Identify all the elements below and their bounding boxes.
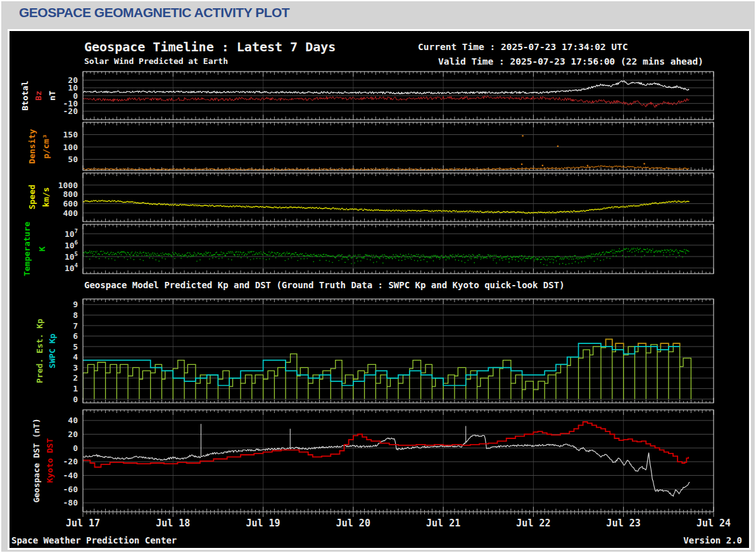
y-tick-label-density: 50 <box>68 155 78 164</box>
y-tick-label-dst: 20 <box>68 429 78 439</box>
x-axis-label: Jul 24 <box>696 518 731 529</box>
y-tick-label-dst: 40 <box>68 416 78 425</box>
x-axis-label: Jul 17 <box>66 518 100 529</box>
geospace-plot-svg: 20100-10-2015010050100080060040010710610… <box>1 1 756 553</box>
y-tick-label-speed: 1000 <box>58 181 78 190</box>
plot-main-title: Geospace Timeline : Latest 7 Days <box>84 39 336 54</box>
y-tick-label-kp: 9 <box>73 300 78 309</box>
y-tick-label-bfield: -20 <box>63 106 79 116</box>
y-axis-title-kp-0: Pred. Est. Kp <box>35 319 44 383</box>
y-axis-title-speed-0: Speed <box>27 184 37 209</box>
y-tick-label-density: 100 <box>63 143 79 152</box>
y-axis-title-bfield-0: Btotal <box>20 81 30 111</box>
y-tick-label-kp: 2 <box>73 373 78 383</box>
y-axis-title-speed-1: km/s <box>41 187 51 207</box>
y-axis-title-bfield-1: Bz <box>34 91 43 101</box>
y-tick-label-kp: 5 <box>73 342 78 352</box>
y-tick-label-speed: 600 <box>63 199 79 208</box>
current-time-text: Current Time : 2025-07-23 17:34:02 UTC <box>418 42 628 52</box>
x-axis-label: Jul 19 <box>246 518 280 529</box>
y-axis-title-density-0: Density <box>27 129 37 164</box>
y-tick-label-speed: 400 <box>63 208 79 218</box>
y-axis-title-dst-0: Geospace DST (nT) <box>32 418 41 502</box>
y-tick-label-dst: -40 <box>63 471 79 480</box>
x-axis-label: Jul 20 <box>336 518 370 529</box>
y-axis-title-dst-1: Kyoto DST <box>45 438 54 483</box>
y-tick-label-kp: 3 <box>73 363 78 372</box>
y-tick-label-kp: 0 <box>73 395 78 404</box>
y-tick-label-kp: 8 <box>73 310 78 320</box>
y-tick-label-temp: 104 <box>65 262 79 273</box>
y-tick-label-temp: 107 <box>65 228 78 239</box>
x-axis-label: Jul 18 <box>156 518 190 529</box>
x-axis-label: Jul 23 <box>607 518 641 529</box>
y-axis-title-kp-1: SWPC Kp <box>47 334 57 369</box>
y-tick-label-dst: -20 <box>63 457 79 466</box>
y-axis-title-temp-0: Temperature <box>22 222 32 276</box>
y-axis-title-density-1: p/cm³ <box>41 134 51 158</box>
y-tick-label-dst: -60 <box>63 485 79 494</box>
footer-source-text: Space Weather Prediction Center <box>11 535 177 545</box>
y-tick-label-dst: -80 <box>63 498 79 507</box>
y-tick-label-kp: 4 <box>73 352 78 362</box>
geospace-activity-page: GEOSPACE GEOMAGNETIC ACTIVITY PLOT 20100… <box>0 0 756 553</box>
y-tick-label-density: 150 <box>63 130 79 139</box>
solar-wind-subtitle: Solar Wind Predicted at Earth <box>84 56 228 66</box>
y-tick-label-speed: 800 <box>63 189 79 199</box>
y-tick-label-kp: 6 <box>73 331 78 341</box>
y-axis-title-temp-1: K <box>37 246 47 251</box>
y-tick-label-kp: 7 <box>73 321 78 331</box>
x-axis-label: Jul 21 <box>426 518 460 529</box>
y-tick-label-temp: 105 <box>65 251 78 262</box>
y-tick-label-temp: 106 <box>65 239 78 250</box>
y-axis-title-bfield-2: nT <box>47 91 57 101</box>
y-tick-label-dst: 0 <box>73 443 78 453</box>
y-tick-label-kp: 1 <box>73 384 78 393</box>
kp-dst-section-title: Geospace Model Predicted Kp and DST (Gro… <box>84 280 565 290</box>
footer-version-text: Version 2.0 <box>683 535 742 545</box>
valid-time-text: Valid Time : 2025-07-23 17:56:00 (22 min… <box>438 56 703 67</box>
x-axis-label: Jul 22 <box>516 518 550 529</box>
